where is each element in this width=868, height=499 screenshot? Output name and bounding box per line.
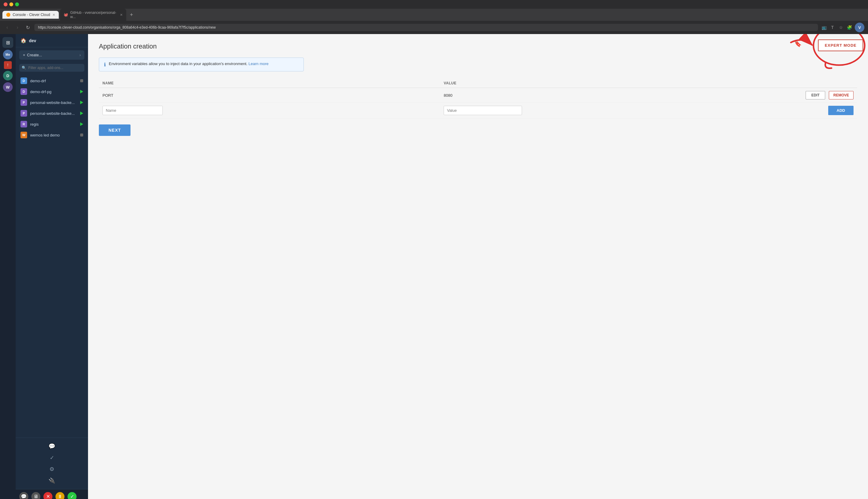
add-button[interactable]: ADD	[828, 106, 854, 115]
back-button[interactable]: ‹	[4, 24, 11, 31]
app-icon-wemos: W	[21, 132, 27, 138]
info-text: Environment variables allow you to injec…	[109, 61, 269, 66]
sidebar-item-label-personal-2: personal-website-backe...	[30, 111, 77, 116]
status-tri-regis	[80, 122, 83, 126]
sidebar-item-label-demo-drf-pg: demo-drf-pg	[30, 89, 77, 94]
edit-button-port[interactable]: EDIT	[806, 91, 825, 99]
sidebar-item-personal-2[interactable]: P personal-website-backe...	[16, 108, 88, 119]
create-label: Create...	[27, 53, 42, 57]
rail-me-avatar[interactable]: Me	[3, 50, 13, 59]
tab-inactive[interactable]: 🐙 GitHub - vvenance/personal-w... ✕	[60, 9, 126, 21]
tab-label-2: GitHub - vvenance/personal-w...	[70, 11, 118, 19]
col-header-value: VALUE	[440, 78, 706, 88]
sidebar-item-label-personal-1: personal-website-backe...	[30, 100, 77, 105]
create-plus-icon: +	[23, 53, 25, 57]
sidebar: 🏠 dev + Create... › 🔍 D demo-drf D demo-…	[16, 34, 88, 499]
settings-icon[interactable]: ⚙	[46, 464, 57, 475]
sidebar-search[interactable]: 🔍	[19, 64, 84, 72]
traffic-light-close[interactable]	[4, 2, 8, 6]
tab-favicon-1: 🟠	[6, 13, 10, 17]
traffic-lights	[4, 2, 19, 6]
translate-icon[interactable]: T	[829, 24, 835, 31]
tab-favicon-2: 🐙	[64, 13, 68, 17]
create-button[interactable]: + Create... ›	[19, 50, 84, 60]
table-row-add: ADD	[99, 103, 857, 119]
tab-label-1: Console - Clever Cloud	[13, 13, 50, 17]
app-icon-regis: R	[21, 121, 27, 127]
remove-button-port[interactable]: REMOVE	[829, 91, 854, 99]
status-dot-wemos	[80, 133, 83, 136]
row-actions-port: EDIT REMOVE	[706, 88, 857, 103]
task-stop-icon[interactable]: ✕	[44, 492, 52, 499]
info-banner: ℹ Environment variables allow you to inj…	[99, 58, 304, 71]
create-chevron-icon: ›	[80, 53, 81, 57]
col-header-name: NAME	[99, 78, 440, 88]
page-title: Application creation	[99, 42, 857, 50]
rail-notif-icon[interactable]: !	[4, 61, 12, 69]
sidebar-item-label-regis: regis	[30, 122, 77, 126]
traffic-light-minimize[interactable]	[9, 2, 13, 6]
next-button[interactable]: NEXT	[99, 124, 131, 136]
expert-mode-button[interactable]: EXPERT MODE	[818, 39, 863, 51]
plugin-icon[interactable]: 🔌	[46, 475, 57, 486]
sidebar-header: 🏠 dev	[16, 34, 88, 47]
url-input[interactable]	[34, 24, 818, 31]
extensions-icon[interactable]: 🧩	[846, 24, 852, 31]
toolbar-actions: 📺 T ☆ 🧩 V	[821, 23, 864, 32]
tab-close-2[interactable]: ✕	[120, 13, 123, 17]
add-action-cell: ADD	[706, 103, 857, 119]
name-input[interactable]	[102, 106, 163, 115]
add-value-cell	[440, 103, 706, 119]
checkmark-icon[interactable]: ✓	[46, 452, 57, 463]
search-input[interactable]	[19, 64, 84, 72]
refresh-button[interactable]: ↻	[24, 24, 31, 31]
row-name-port: PORT	[99, 88, 440, 103]
info-icon: ℹ	[104, 62, 106, 68]
forward-button[interactable]: ›	[14, 24, 21, 31]
sidebar-bottom: 💬 ✓ ⚙ 🔌	[16, 438, 88, 489]
bookmark-icon-main[interactable]: 🔖	[794, 40, 802, 47]
sidebar-org-title: dev	[29, 38, 36, 43]
sidebar-home-icon: 🏠	[21, 38, 26, 44]
sidebar-item-wemos[interactable]: W wemos led demo	[16, 130, 88, 141]
rail-w-avatar[interactable]: W	[3, 82, 13, 92]
tab-close-1[interactable]: ✕	[52, 13, 55, 17]
table-row: PORT 8080 EDIT REMOVE	[99, 88, 857, 103]
rail-d-avatar[interactable]: D	[3, 71, 13, 81]
learn-more-link[interactable]: Learn more	[249, 61, 269, 66]
cast-icon[interactable]: 📺	[821, 24, 827, 31]
title-bar	[0, 0, 868, 9]
expert-mode-area: EXPERT MODE	[818, 39, 863, 51]
env-table: NAME VALUE PORT 8080 EDIT REMOVE	[99, 78, 857, 119]
sidebar-items: D demo-drf D demo-drf-pg P personal-webs…	[16, 74, 88, 438]
task-done-icon[interactable]: ✓	[68, 492, 76, 499]
app-layout: ⊞ Me ! D W 🏠 dev + Create... › 🔍 D demo-…	[0, 34, 868, 499]
sidebar-item-regis[interactable]: R regis	[16, 119, 88, 130]
task-bar: 💬 🖥 ✕ ⏸ ✓	[16, 489, 88, 499]
rail-grid-icon[interactable]: ⊞	[2, 37, 13, 48]
tab-active[interactable]: 🟠 Console - Clever Cloud ✕	[2, 11, 59, 19]
row-value-port: 8080	[440, 88, 706, 103]
value-input[interactable]	[444, 106, 522, 115]
sidebar-item-personal-1[interactable]: P personal-website-backe...	[16, 97, 88, 108]
tab-bar: 🟠 Console - Clever Cloud ✕ 🐙 GitHub - vv…	[0, 9, 868, 21]
status-tri-personal-2	[80, 111, 83, 115]
task-chat-icon[interactable]: 💬	[19, 492, 28, 499]
main-bookmark-area: 🔖	[794, 40, 802, 47]
main-content: Application creation 🔖 EXPERT MO	[88, 34, 868, 499]
icon-rail: ⊞ Me ! D W	[0, 34, 16, 499]
add-name-cell	[99, 103, 440, 119]
status-dot-demo-drf	[80, 79, 83, 82]
chat-icon[interactable]: 💬	[46, 441, 57, 452]
bookmark-icon[interactable]: ☆	[838, 24, 844, 31]
sidebar-item-demo-drf[interactable]: D demo-drf	[16, 75, 88, 86]
user-avatar[interactable]: V	[855, 23, 864, 32]
traffic-light-maximize[interactable]	[15, 2, 19, 6]
task-screen-icon[interactable]: 🖥	[31, 492, 40, 499]
sidebar-item-label-demo-drf: demo-drf	[30, 78, 77, 83]
task-pause-icon[interactable]: ⏸	[56, 492, 64, 499]
app-icon-personal-1: P	[21, 99, 27, 106]
sidebar-item-demo-drf-pg[interactable]: D demo-drf-pg	[16, 86, 88, 97]
tab-add-button[interactable]: +	[127, 11, 136, 19]
app-icon-demo-drf-pg: D	[21, 88, 27, 95]
